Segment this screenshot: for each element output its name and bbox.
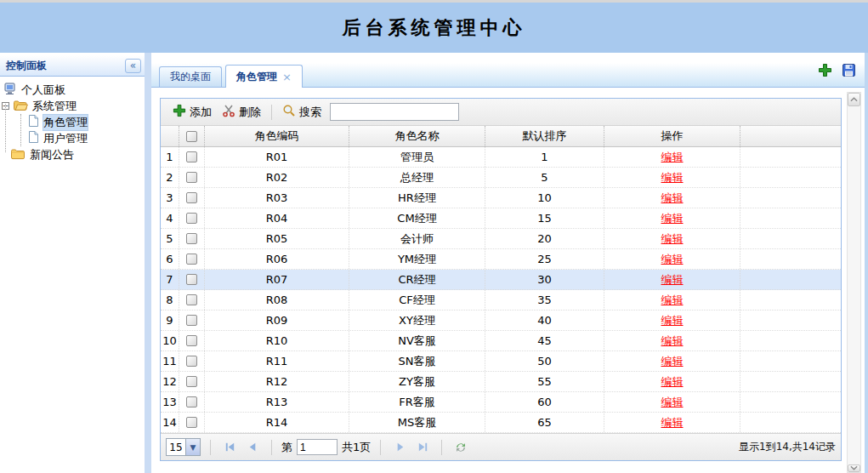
filler-cell (740, 413, 841, 432)
page-size-select[interactable]: 15 ▼ (166, 438, 201, 456)
operation-cell: 编辑 (604, 331, 740, 350)
row-number-cell: 2 (161, 168, 179, 187)
add-button[interactable]: 添加 (167, 102, 217, 122)
row-checkbox-cell (179, 208, 205, 228)
row-checkbox[interactable] (186, 376, 197, 387)
refresh-icon[interactable] (451, 438, 470, 457)
edit-link[interactable]: 编辑 (661, 395, 684, 410)
role-name-cell: YM经理 (349, 249, 485, 269)
save-icon[interactable] (842, 63, 856, 77)
next-page-button[interactable] (390, 438, 409, 457)
app-banner: 后台系统管理中心 (0, 3, 868, 53)
filler-cell (740, 188, 841, 208)
row-checkbox[interactable] (186, 396, 197, 407)
row-checkbox[interactable] (186, 356, 197, 367)
table-row[interactable]: 4R04CM经理15编辑 (161, 208, 841, 229)
tree-item-role-management[interactable]: 角色管理 (0, 114, 145, 130)
table-row[interactable]: 9R09XY经理40编辑 (161, 311, 841, 331)
row-checkbox-cell (179, 147, 205, 167)
edit-link[interactable]: 编辑 (661, 272, 684, 288)
search-button[interactable]: 搜索 (277, 102, 326, 122)
row-checkbox[interactable] (186, 294, 197, 305)
tab-role-management[interactable]: 角色管理 × (225, 65, 303, 88)
table-row[interactable]: 13R13FR客服60编辑 (161, 392, 841, 413)
row-checkbox[interactable] (186, 335, 197, 346)
default-sort-cell: 65 (485, 413, 604, 432)
tree-item-user-management[interactable]: 用户管理 (0, 130, 145, 146)
table-row[interactable]: 12R12ZY客服55编辑 (161, 372, 841, 392)
edit-link[interactable]: 编辑 (661, 374, 684, 390)
close-icon[interactable]: × (282, 71, 292, 83)
row-number-header (161, 126, 179, 146)
table-row[interactable]: 5R05会计师20编辑 (161, 229, 841, 249)
table-row[interactable]: 1R01管理员1编辑 (161, 147, 841, 168)
delete-button[interactable]: 删除 (217, 102, 266, 122)
table-row[interactable]: 2R02总经理5编辑 (161, 168, 841, 188)
edit-link[interactable]: 编辑 (661, 170, 684, 185)
edit-link[interactable]: 编辑 (661, 231, 684, 247)
select-all-checkbox[interactable] (186, 131, 197, 142)
role-name-cell: HR经理 (349, 188, 485, 208)
tree-guide-line (5, 104, 6, 152)
default-sort-cell: 50 (485, 351, 604, 371)
page-number-input[interactable] (297, 439, 338, 455)
role-code-cell: R10 (205, 331, 349, 350)
row-checkbox[interactable] (186, 254, 197, 265)
edit-link[interactable]: 编辑 (661, 293, 684, 308)
row-checkbox[interactable] (186, 417, 197, 428)
row-checkbox[interactable] (186, 151, 197, 162)
collapse-sidebar-button[interactable]: « (125, 59, 141, 73)
edit-link[interactable]: 编辑 (661, 415, 684, 430)
window-right-edge (865, 53, 868, 473)
sidebar-title: 控制面板 (6, 59, 47, 73)
edit-link[interactable]: 编辑 (661, 354, 684, 369)
scroll-down-icon[interactable] (848, 464, 860, 472)
row-checkbox-cell (179, 249, 205, 269)
scroll-up-icon[interactable] (848, 93, 860, 106)
tree-item-news-announcements[interactable]: 新闻公告 (0, 146, 145, 162)
edit-link[interactable]: 编辑 (661, 252, 684, 267)
table-row[interactable]: 8R08CF经理35编辑 (161, 290, 841, 311)
operation-cell: 编辑 (604, 229, 740, 248)
row-checkbox[interactable] (186, 192, 197, 203)
sidebar-splitter[interactable] (145, 53, 151, 473)
page-label-suffix: 共1页 (342, 440, 371, 455)
edit-link[interactable]: 编辑 (661, 150, 684, 165)
column-header-sort[interactable]: 默认排序 (485, 126, 604, 146)
table-row[interactable]: 6R06YM经理25编辑 (161, 249, 841, 270)
tree-item-personal-panel[interactable]: 个人面板 (0, 82, 145, 98)
first-page-button[interactable] (220, 438, 239, 457)
table-row[interactable]: 3R03HR经理10编辑 (161, 188, 841, 208)
edit-link[interactable]: 编辑 (661, 333, 684, 349)
tree-item-system-management[interactable]: − 系统管理 (0, 98, 145, 114)
row-number-cell: 1 (161, 147, 179, 167)
table-row[interactable]: 10R10NV客服45编辑 (161, 331, 841, 351)
default-sort-cell: 35 (485, 290, 604, 310)
row-checkbox[interactable] (186, 172, 197, 183)
table-row[interactable]: 7R07CR经理30编辑 (161, 270, 841, 290)
row-checkbox[interactable] (186, 274, 197, 285)
tab-my-desktop[interactable]: 我的桌面 (159, 66, 222, 87)
row-checkbox[interactable] (186, 213, 197, 224)
operation-cell: 编辑 (604, 270, 740, 289)
column-header-operation[interactable]: 操作 (604, 126, 740, 146)
last-page-button[interactable] (413, 438, 432, 457)
row-checkbox[interactable] (186, 315, 197, 326)
role-name-cell: ZY客服 (349, 372, 485, 391)
add-icon (173, 104, 186, 120)
scissors-icon (222, 104, 235, 120)
edit-link[interactable]: 编辑 (661, 191, 684, 206)
vertical-scrollbar[interactable] (847, 92, 861, 473)
table-row[interactable]: 11R11SN客服50编辑 (161, 351, 841, 372)
pager-separator (271, 440, 272, 455)
add-icon[interactable] (818, 63, 832, 77)
document-icon (27, 130, 39, 146)
edit-link[interactable]: 编辑 (661, 211, 684, 226)
column-header-name[interactable]: 角色名称 (349, 126, 485, 146)
search-input[interactable] (330, 103, 459, 121)
column-header-code[interactable]: 角色编码 (205, 126, 349, 146)
prev-page-button[interactable] (243, 438, 262, 457)
edit-link[interactable]: 编辑 (661, 313, 684, 328)
row-checkbox[interactable] (186, 233, 197, 244)
table-row[interactable]: 14R14MS客服65编辑 (161, 413, 841, 433)
